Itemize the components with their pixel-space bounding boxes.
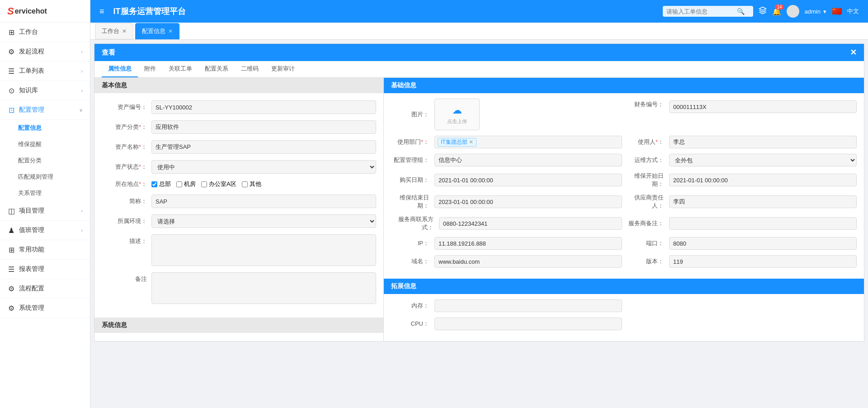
version-input[interactable]: [669, 255, 857, 268]
asset-status-select[interactable]: 使用中: [151, 160, 376, 174]
username-display[interactable]: admin ▾: [805, 8, 826, 15]
asset-category-input[interactable]: [151, 120, 376, 134]
config-group-ops-row: 配置管理组： 运维方式： 全外包: [391, 154, 857, 166]
user-dropdown-icon: ▾: [823, 8, 826, 15]
asset-status-label: 资产状态*：: [102, 163, 151, 171]
sidebar-item-system[interactable]: ⚙系统管理: [0, 299, 90, 318]
maintenance-end-input[interactable]: [434, 195, 622, 208]
location-hq[interactable]: 总部: [151, 180, 171, 188]
supplier-contact-input[interactable]: [669, 195, 857, 208]
maintenance-start-input[interactable]: [669, 174, 857, 186]
inner-tab-config-rel[interactable]: 配置关系: [198, 61, 235, 77]
finance-no-input[interactable]: [669, 100, 857, 113]
sidebar-logo: S ervicehot: [0, 0, 90, 23]
ops-mode-select[interactable]: 全外包: [669, 154, 857, 166]
inner-tab-attachment[interactable]: 附件: [138, 61, 162, 77]
right-section: 基础信息 图片： ☁ 点击上传: [384, 78, 864, 341]
service-contact-field: 服务商联系方式：: [391, 215, 622, 232]
sidebar-nav: ⊞工作台 ⚙发起流程 › ☰工单列表 › ⊙知识库 › ⊡配置管理 ∨ 配置信息…: [0, 23, 90, 408]
maintenance-end-field: 维保结束日期：: [391, 194, 622, 210]
sidebar-item-knowledge[interactable]: ⊙知识库 ›: [0, 81, 90, 100]
view-close-button[interactable]: ✕: [850, 47, 857, 57]
sidebar-item-label: 值班管理: [19, 226, 44, 234]
memory-input[interactable]: [434, 299, 622, 312]
port-input[interactable]: [669, 237, 857, 250]
inner-tab-ticket-link[interactable]: 关联工单: [162, 61, 198, 77]
workflow-icon: ⚙: [7, 47, 15, 56]
port-label: 端口：: [626, 239, 666, 247]
config-group-input[interactable]: [434, 154, 622, 166]
location-office[interactable]: 办公室A区: [201, 180, 236, 188]
sidebar-item-config[interactable]: ⊡配置管理 ∨: [0, 100, 90, 120]
ip-label: IP：: [391, 239, 432, 247]
tab-config-info[interactable]: 配置信息 ✕: [135, 23, 179, 39]
sidebar-item-relation[interactable]: 关系管理: [0, 185, 90, 201]
sidebar-item-label: 配置管理: [19, 106, 44, 114]
sidebar-item-label: 发起流程: [19, 47, 44, 56]
sidebar-item-shift[interactable]: ♟值班管理 ›: [0, 221, 90, 240]
cpu-field: CPU：: [391, 318, 622, 330]
upload-text: 点击上传: [447, 118, 467, 125]
inner-tab-audit[interactable]: 更新审计: [265, 61, 301, 77]
tab-workbench[interactable]: 工作台 ✕: [95, 23, 133, 39]
basic-info-header: 基本信息: [94, 78, 383, 93]
sidebar-item-match-rule[interactable]: 匹配规则管理: [0, 169, 90, 185]
domain-version-row: 域名： 版本：: [391, 255, 857, 268]
sidebar-item-workflow[interactable]: ⚙发起流程 ›: [0, 42, 90, 62]
sidebar-item-process[interactable]: ⚙流程配置: [0, 279, 90, 299]
sidebar-item-project[interactable]: ◫项目管理 ›: [0, 201, 90, 221]
inner-tab-attr[interactable]: 属性信息: [102, 61, 138, 77]
ticket-icon: ☰: [7, 67, 15, 75]
flag-icon[interactable]: 🇨🇳: [832, 6, 842, 16]
user-avatar[interactable]: [787, 5, 799, 18]
knowledge-icon: ⊙: [7, 86, 15, 95]
service-contact-input[interactable]: [439, 217, 622, 230]
user-input[interactable]: [669, 136, 857, 148]
sidebar-item-config-category[interactable]: 配置分类: [0, 152, 90, 169]
location-room[interactable]: 机房: [176, 180, 196, 188]
asset-status-row: 资产状态*： 使用中: [102, 160, 376, 174]
location-other[interactable]: 其他: [242, 180, 261, 188]
asset-no-input[interactable]: [151, 100, 376, 114]
menu-toggle-icon[interactable]: ≡: [99, 7, 104, 16]
sidebar-item-maintenance[interactable]: 维保提醒: [0, 136, 90, 152]
short-name-input[interactable]: [151, 195, 376, 208]
tab-close-icon[interactable]: ✕: [168, 28, 173, 34]
remark-textarea[interactable]: [151, 272, 376, 304]
purchase-date-input[interactable]: [434, 174, 622, 186]
port-field: 端口：: [626, 237, 857, 250]
memory-label: 内存：: [391, 302, 432, 310]
sidebar: S ervicehot ⊞工作台 ⚙发起流程 › ☰工单列表 › ⊙知识库 › …: [0, 0, 90, 408]
sidebar-item-config-info[interactable]: 配置信息: [0, 120, 90, 136]
language-selector[interactable]: 中文: [847, 7, 859, 15]
asset-name-input[interactable]: [151, 140, 376, 154]
ip-input[interactable]: [434, 237, 622, 250]
expand-title: 拓展信息: [391, 282, 416, 289]
config-icon: ⊡: [7, 106, 15, 114]
tabs-bar: 工作台 ✕ 配置信息 ✕: [90, 23, 868, 40]
cpu-input[interactable]: [434, 318, 622, 330]
cpu-row: CPU：: [391, 318, 857, 330]
sidebar-item-common[interactable]: ⊞常用功能: [0, 240, 90, 260]
dept-tag-input[interactable]: IT集团总部 ✕: [434, 136, 622, 148]
sidebar-item-workbench[interactable]: ⊞工作台: [0, 23, 90, 42]
inner-tab-qrcode[interactable]: 二维码: [235, 61, 265, 77]
search-input[interactable]: [666, 8, 734, 15]
tab-close-icon[interactable]: ✕: [122, 28, 127, 34]
sidebar-item-label: 项目管理: [19, 207, 44, 215]
notification-icon[interactable]: 🔔 14: [772, 7, 781, 16]
search-icon[interactable]: 🔍: [737, 8, 745, 15]
sidebar-item-report[interactable]: ☰报表管理: [0, 260, 90, 279]
service-remark-input[interactable]: [669, 217, 857, 230]
env-select[interactable]: 请选择: [151, 214, 376, 228]
domain-label: 域名：: [391, 257, 432, 266]
topbar: ≡ IT服务运营管理平台 🔍 🔔 14 admin ▾ 🇨🇳 中文: [90, 0, 868, 23]
tag-remove-icon[interactable]: ✕: [469, 139, 473, 145]
upload-button[interactable]: ☁ 点击上传: [434, 99, 480, 130]
desc-textarea[interactable]: [151, 234, 376, 266]
sidebar-item-ticket[interactable]: ☰工单列表 ›: [0, 62, 90, 81]
domain-input[interactable]: [434, 255, 622, 268]
remark-label: 备注: [102, 272, 151, 283]
ip-port-row: IP： 端口：: [391, 237, 857, 250]
cube-icon[interactable]: [759, 6, 767, 16]
